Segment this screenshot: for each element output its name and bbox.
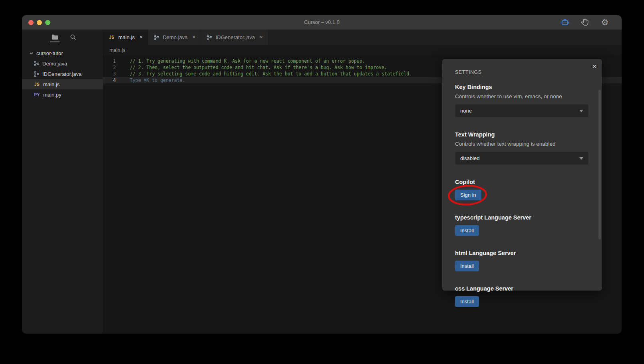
gear-glyph: ⚙ (601, 18, 609, 27)
code-text: Type ⌘K to generate. (121, 77, 185, 83)
tab-IDGenerator-java[interactable]: IDGenerator.java× (201, 30, 268, 45)
java-file-icon (153, 34, 159, 40)
line-number: 2 (103, 64, 121, 71)
robot-icon[interactable] (560, 18, 570, 27)
line-number: 1 (103, 58, 121, 64)
files-icon[interactable] (51, 32, 59, 42)
folder-name: cursor-tutor (36, 50, 63, 56)
select-value: disabled (460, 155, 479, 161)
tab-close-icon[interactable]: × (260, 34, 263, 40)
tab-bar: JSmain.js×Demo.java×IDGenerator.java× (103, 30, 622, 45)
settings-panel-title: SETTINGS (455, 69, 588, 75)
py-file-icon: PY (34, 93, 40, 97)
copilot-sign-in-button[interactable]: Sign in (455, 190, 481, 200)
close-icon[interactable]: × (592, 63, 596, 70)
tab-Demo-java[interactable]: Demo.java× (148, 30, 201, 45)
tab-close-icon[interactable]: × (139, 34, 143, 40)
setting-heading: Copilot (455, 179, 588, 185)
java-file-icon (34, 61, 40, 67)
code-text: // 1. Try generating with command K. Ask… (121, 58, 365, 64)
sidebar-header (22, 30, 103, 45)
gear-icon[interactable]: ⚙ (600, 18, 610, 27)
sidebar: cursor-tutor Demo.javaIDGenerator.javaJS… (22, 30, 103, 334)
setting-heading: Key Bindings (455, 84, 588, 90)
chevron-down-icon (579, 110, 583, 112)
file-name: Demo.java (42, 61, 67, 67)
explorer-folder-cursor-tutor[interactable]: cursor-tutor (22, 48, 103, 58)
panel-scrollbar[interactable] (598, 90, 601, 239)
button-wrap: Install (455, 225, 479, 236)
file-explorer: cursor-tutor Demo.javaIDGenerator.javaJS… (22, 45, 103, 100)
titlebar-actions: ⚙ (560, 15, 610, 30)
select-value: none (460, 108, 472, 114)
setting-heading: html Language Server (455, 250, 588, 256)
settings-section-html-language-server: html Language ServerInstall (455, 250, 588, 271)
titlebar: Cursor – v0.1.0 ⚙ (22, 15, 622, 30)
settings-panel: × SETTINGS Key BindingsControls whether … (442, 59, 602, 291)
app-window: Cursor – v0.1.0 ⚙ (22, 15, 622, 334)
tab-main-js[interactable]: JSmain.js× (103, 30, 148, 45)
java-file-icon (34, 71, 40, 77)
file-name: main.py (43, 92, 62, 98)
key-bindings-select[interactable]: none (455, 104, 588, 117)
line-number: 4 (103, 77, 121, 83)
setting-description: Controls whether text wrapping is enable… (455, 141, 588, 147)
js-file-icon: JS (108, 35, 115, 40)
file-name: IDGenerator.java (42, 71, 81, 77)
chevron-down-icon (579, 157, 583, 160)
line-number: 3 (103, 71, 121, 77)
setting-heading: css Language Server (455, 285, 588, 292)
file-name: main.js (43, 81, 60, 87)
setting-heading: Text Wrapping (455, 131, 588, 138)
explorer-file-main-py[interactable]: PYmain.py (22, 89, 103, 100)
code-text: // 3. Try selecting some code and hittin… (121, 71, 412, 77)
settings-section-css-language-server: css Language ServerInstall (455, 285, 588, 307)
window-title: Cursor – v0.1.0 (22, 15, 622, 30)
chevron-down-icon (28, 50, 34, 56)
explorer-file-Demo-java[interactable]: Demo.java (22, 58, 103, 69)
tab-label: IDGenerator.java (216, 34, 255, 40)
js-file-icon: JS (34, 82, 40, 87)
explorer-file-main-js[interactable]: JSmain.js (22, 79, 103, 89)
settings-section-key-bindings: Key BindingsControls whether to use vim,… (455, 84, 588, 117)
code-text: // 2. Then, select the outputted code an… (121, 64, 387, 71)
text-wrapping-select[interactable]: disabled (455, 152, 588, 165)
html-language-server-install-button[interactable]: Install (455, 261, 479, 271)
search-icon[interactable] (69, 32, 77, 42)
button-wrap: Sign in (455, 190, 481, 200)
explorer-file-IDGenerator-java[interactable]: IDGenerator.java (22, 69, 103, 79)
setting-description: Controls whether to use vim, emacs, or n… (455, 93, 588, 99)
hand-wave-icon[interactable] (580, 18, 590, 27)
settings-section-copilot: CopilotSign in (455, 179, 588, 200)
setting-heading: typescript Language Server (455, 214, 588, 221)
breadcrumb-item: main.js (109, 47, 125, 53)
tab-label: main.js (118, 34, 135, 40)
typescript-language-server-install-button[interactable]: Install (455, 225, 479, 236)
java-file-icon (207, 34, 213, 40)
settings-section-text-wrapping: Text WrappingControls whether text wrapp… (455, 131, 588, 165)
css-language-server-install-button[interactable]: Install (455, 296, 479, 307)
button-wrap: Install (455, 296, 479, 307)
settings-section-typescript-language-server: typescript Language ServerInstall (455, 214, 588, 236)
tab-label: Demo.java (163, 34, 187, 40)
breadcrumb[interactable]: main.js (103, 45, 622, 56)
button-wrap: Install (455, 261, 479, 271)
tab-close-icon[interactable]: × (193, 34, 196, 40)
